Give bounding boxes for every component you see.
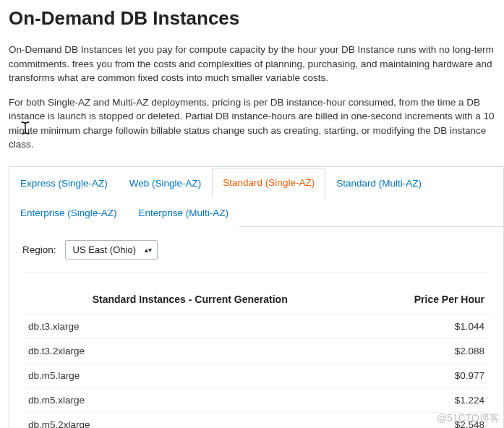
tab-standard-multi-az[interactable]: Standard (Multi-AZ)	[325, 168, 432, 197]
instance-price: $2.548	[357, 412, 490, 428]
tab-web-single-az[interactable]: Web (Single-AZ)	[119, 168, 213, 197]
instance-name: db.m5.xlarge	[22, 388, 357, 412]
instance-price: $2.088	[357, 338, 490, 363]
intro-paragraph-1: On-Demand DB Instances let you pay for c…	[9, 43, 504, 85]
pricing-table: Standard Instances - Current Generation …	[22, 286, 490, 428]
instance-name: db.m5.2xlarge	[22, 412, 357, 428]
col-header-price: Price Per Hour	[357, 286, 490, 314]
region-select-wrap: US East (Ohio) ▴▾	[65, 240, 158, 260]
table-row: db.t3.xlarge$1.044	[22, 314, 490, 338]
region-selector-row: Region: US East (Ohio) ▴▾	[22, 240, 490, 273]
region-label: Region:	[22, 244, 56, 255]
tab-express-single-az[interactable]: Express (Single-AZ)	[9, 168, 119, 197]
table-row: db.m5.xlarge$1.224	[22, 388, 490, 412]
instance-name: db.t3.xlarge	[22, 314, 357, 338]
tab-content-standard-single-az: Region: US East (Ohio) ▴▾ Standard Insta…	[9, 227, 503, 428]
instance-price: $1.044	[357, 314, 490, 338]
instance-name: db.t3.2xlarge	[22, 338, 357, 363]
instance-price: $0.977	[357, 363, 490, 388]
pricing-tabs-container: Express (Single-AZ)Web (Single-AZ)Standa…	[9, 166, 504, 428]
instance-name: db.m5.large	[22, 363, 357, 388]
tab-standard-single-az[interactable]: Standard (Single-AZ)	[212, 168, 325, 198]
tab-enterprise-single-az[interactable]: Enterprise (Single-AZ)	[9, 197, 128, 227]
table-row: db.t3.2xlarge$2.088	[22, 338, 490, 363]
table-header-row: Standard Instances - Current Generation …	[22, 286, 490, 314]
tab-enterprise-multi-az[interactable]: Enterprise (Multi-AZ)	[128, 197, 240, 227]
page-title: On-Demand DB Instances	[9, 7, 504, 30]
col-header-instance: Standard Instances - Current Generation	[22, 286, 357, 314]
table-row: db.m5.2xlarge$2.548	[22, 412, 490, 428]
instance-price: $1.224	[357, 388, 490, 412]
tab-list: Express (Single-AZ)Web (Single-AZ)Standa…	[9, 167, 503, 227]
intro-paragraph-2: For both Single-AZ and Multi-AZ deployme…	[9, 95, 504, 152]
region-select[interactable]: US East (Ohio)	[65, 240, 158, 260]
table-row: db.m5.large$0.977	[22, 363, 490, 388]
